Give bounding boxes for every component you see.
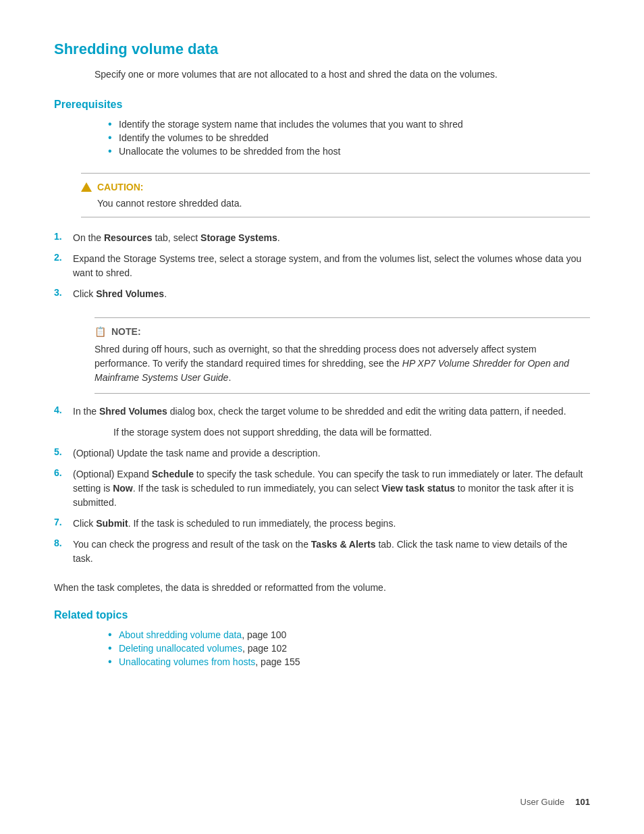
list-item: Identify the volumes to be shredded [108, 132, 590, 143]
step-4-row: 4. In the Shred Volumes dialog box, chec… [54, 405, 590, 419]
list-item: Unallocating volumes from hosts, page 15… [108, 656, 590, 667]
caution-body: You cannot restore shredded data. [97, 198, 590, 209]
step-2-row: 2. Expand the Storage Systems tree, sele… [54, 252, 590, 280]
related-link-3-suffix: , page 155 [255, 656, 300, 667]
related-link-2-suffix: , page 102 [242, 643, 287, 654]
page-subtitle: Specify one or more volumes that are not… [95, 69, 590, 80]
step-7-num: 7. [54, 517, 73, 531]
prerequisites-list: Identify the storage system name that in… [108, 119, 590, 157]
step-6-num: 6. [54, 467, 73, 510]
prerequisites-heading: Prerequisites [54, 99, 590, 111]
caution-box: CAUTION: You cannot restore shredded dat… [81, 173, 590, 217]
list-item: About shredding volume data, page 100 [108, 629, 590, 640]
step-4-content: In the Shred Volumes dialog box, check t… [73, 405, 590, 419]
step-8-row: 8. You can check the progress and result… [54, 538, 590, 566]
step-1-row: 1. On the Resources tab, select Storage … [54, 231, 590, 245]
related-link-3[interactable]: Unallocating volumes from hosts [119, 656, 255, 667]
related-topics-list: About shredding volume data, page 100 De… [108, 629, 590, 667]
step-2-num: 2. [54, 252, 73, 280]
related-link-2[interactable]: Deleting unallocated volumes [119, 643, 242, 654]
related-link-1[interactable]: About shredding volume data [119, 629, 242, 640]
footer-label: User Guide [520, 797, 565, 807]
note-icon: 📋 [95, 326, 106, 337]
related-topics-section: Related topics About shredding volume da… [54, 609, 590, 667]
note-label: NOTE: [111, 326, 141, 337]
step-6-row: 6. (Optional) Expand Schedule to specify… [54, 467, 590, 510]
related-topics-heading: Related topics [54, 609, 590, 621]
step-3-content: Click Shred Volumes. [73, 287, 590, 301]
step-1-num: 1. [54, 231, 73, 245]
step-3-num: 3. [54, 287, 73, 301]
footer: User Guide 101 [520, 797, 590, 807]
related-link-1-suffix: , page 100 [242, 629, 286, 640]
conclusion-text: When the task completes, the data is shr… [54, 582, 590, 593]
note-body: Shred during off hours, such as overnigh… [95, 342, 590, 385]
step-6-content: (Optional) Expand Schedule to specify th… [73, 467, 590, 510]
step-8-num: 8. [54, 538, 73, 566]
step-8-content: You can check the progress and result of… [73, 538, 590, 566]
step-1-content: On the Resources tab, select Storage Sys… [73, 231, 590, 245]
step-5-content: (Optional) Update the task name and prov… [73, 446, 590, 461]
step-3-row: 3. Click Shred Volumes. [54, 287, 590, 301]
step-2-content: Expand the Storage Systems tree, select … [73, 252, 590, 280]
page-title: Shredding volume data [54, 41, 590, 58]
note-box: 📋 NOTE: Shred during off hours, such as … [95, 317, 590, 394]
footer-page: 101 [575, 797, 590, 807]
step-5-row: 5. (Optional) Update the task name and p… [54, 446, 590, 461]
list-item: Deleting unallocated volumes, page 102 [108, 643, 590, 654]
steps-section-1: 1. On the Resources tab, select Storage … [54, 231, 590, 301]
caution-header: CAUTION: [81, 182, 590, 192]
caution-label: CAUTION: [97, 182, 143, 192]
note-header: 📋 NOTE: [95, 326, 590, 337]
list-item: Identify the storage system name that in… [108, 119, 590, 130]
list-item: Unallocate the volumes to be shredded fr… [108, 146, 590, 157]
steps-section-2: 4. In the Shred Volumes dialog box, chec… [54, 405, 590, 566]
step-4-num: 4. [54, 405, 73, 419]
caution-triangle-icon [81, 182, 92, 192]
step-5-num: 5. [54, 446, 73, 461]
step-4-sub: If the storage system does not support s… [113, 425, 590, 440]
step-7-content: Click Submit. If the task is scheduled t… [73, 517, 590, 531]
prerequisites-section: Prerequisites Identify the storage syste… [54, 99, 590, 157]
step-7-row: 7. Click Submit. If the task is schedule… [54, 517, 590, 531]
